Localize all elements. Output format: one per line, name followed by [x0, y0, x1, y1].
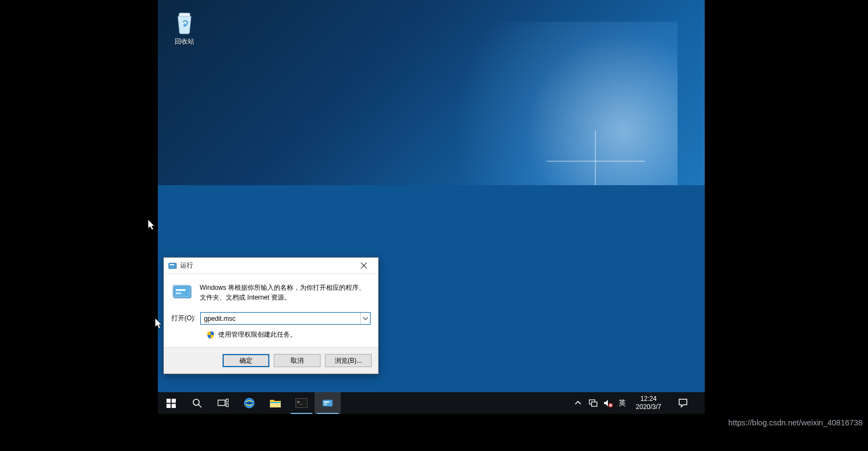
svg-rect-23 — [169, 263, 176, 269]
svg-line-5 — [199, 405, 201, 407]
run-dialog-titlebar[interactable]: 运行 — [164, 258, 378, 274]
windows-logo-icon — [167, 399, 176, 408]
svg-rect-7 — [226, 399, 229, 403]
recycle-bin-icon — [174, 10, 195, 35]
svg-rect-17 — [324, 404, 327, 405]
svg-rect-16 — [324, 401, 329, 403]
run-browse-button[interactable]: 浏览(B)... — [325, 354, 372, 367]
run-description: Windows 将根据你所输入的名称，为你打开相应的程序、文件夹、文档或 Int… — [200, 283, 371, 302]
network-icon — [588, 399, 598, 407]
wallpaper-logo — [547, 131, 645, 185]
svg-rect-28 — [176, 289, 186, 291]
svg-rect-12 — [270, 402, 281, 403]
desktop-icon-recycle-bin[interactable]: 回收站 — [164, 10, 205, 46]
svg-rect-15 — [323, 400, 333, 406]
uac-shield-icon — [206, 331, 215, 339]
system-tray: 英 12:24 2020/3/7 — [569, 392, 705, 414]
svg-text:>_: >_ — [297, 400, 303, 405]
taskbar-cmd-button[interactable]: >_ — [288, 392, 315, 414]
svg-rect-0 — [167, 399, 171, 403]
clock-date: 2020/3/7 — [636, 403, 661, 411]
run-dialog: 运行 Windows 将根据你所输入的名称，为你打开相应的程序、文件夹、文档或 … — [163, 257, 379, 374]
svg-rect-2 — [167, 404, 171, 408]
run-dialog-close-button[interactable] — [352, 258, 375, 273]
svg-rect-8 — [226, 404, 229, 407]
search-button[interactable] — [184, 392, 210, 414]
ime-label: 英 — [619, 398, 626, 408]
chevron-up-icon — [575, 400, 581, 406]
taskbar-ie-button[interactable] — [236, 392, 262, 414]
run-admin-note: 使用管理权限创建此任务。 — [218, 330, 297, 339]
run-title-icon — [168, 261, 177, 270]
run-open-dropdown-button[interactable] — [360, 313, 370, 324]
cmd-icon: >_ — [296, 398, 307, 408]
run-cancel-button[interactable]: 取消 — [274, 354, 321, 367]
svg-rect-27 — [174, 286, 191, 298]
run-dialog-footer: 确定 取消 浏览(B)... — [164, 347, 378, 374]
tray-clock[interactable]: 12:24 2020/3/7 — [631, 395, 666, 411]
svg-rect-29 — [176, 292, 181, 294]
svg-rect-1 — [171, 399, 176, 403]
tray-volume-button[interactable] — [604, 398, 613, 408]
action-center-icon — [678, 398, 688, 408]
tray-ime-button[interactable]: 英 — [619, 398, 626, 408]
task-view-button[interactable] — [210, 392, 236, 414]
run-open-combobox[interactable] — [200, 312, 371, 325]
tray-network-button[interactable] — [588, 398, 598, 408]
taskbar-spacer — [341, 392, 569, 414]
svg-rect-19 — [592, 402, 597, 406]
search-icon — [192, 398, 202, 408]
volume-muted-icon — [604, 399, 613, 407]
taskbar: >_ — [158, 392, 705, 414]
svg-point-4 — [193, 399, 199, 405]
tray-overflow-button[interactable] — [573, 398, 583, 408]
svg-rect-24 — [170, 264, 174, 265]
cursor-icon — [148, 220, 157, 231]
run-ok-button[interactable]: 确定 — [223, 354, 269, 367]
run-big-icon — [171, 283, 193, 302]
taskbar-run-button[interactable] — [315, 392, 341, 414]
close-icon — [361, 263, 367, 269]
task-view-icon — [218, 399, 229, 407]
watermark-text: https://blog.csdn.net/weixin_40816738 — [728, 418, 863, 427]
svg-rect-3 — [171, 404, 176, 408]
run-open-label: 打开(O): — [171, 314, 196, 323]
chevron-down-icon — [363, 317, 368, 320]
svg-rect-6 — [218, 400, 225, 406]
start-button[interactable] — [158, 392, 184, 414]
ie-icon — [243, 397, 255, 409]
file-explorer-icon — [269, 398, 281, 408]
clock-time: 12:24 — [636, 395, 661, 403]
recycle-bin-label: 回收站 — [164, 37, 205, 46]
run-app-icon — [322, 398, 334, 408]
run-open-input[interactable] — [201, 313, 360, 324]
run-dialog-body: Windows 将根据你所输入的名称，为你打开相应的程序、文件夹、文档或 Int… — [164, 274, 378, 347]
run-dialog-title: 运行 — [180, 261, 352, 270]
taskbar-explorer-button[interactable] — [262, 392, 288, 414]
tray-action-center-button[interactable] — [671, 398, 695, 408]
